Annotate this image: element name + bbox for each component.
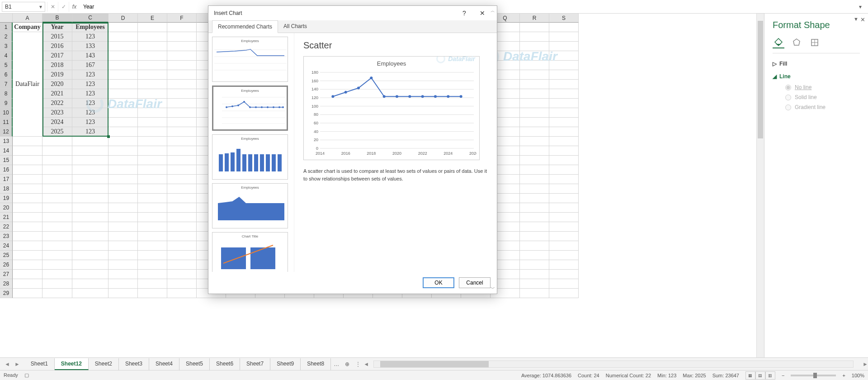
- cell[interactable]: [72, 194, 108, 203]
- cell[interactable]: [167, 165, 197, 175]
- add-sheet-button[interactable]: ⊕: [342, 361, 353, 367]
- cell[interactable]: [108, 80, 138, 89]
- cell[interactable]: [549, 89, 579, 99]
- cell[interactable]: 2016: [42, 42, 72, 51]
- cell[interactable]: [167, 232, 197, 241]
- cell[interactable]: [520, 203, 549, 213]
- cell[interactable]: [167, 127, 197, 137]
- cell[interactable]: [520, 99, 549, 108]
- cell[interactable]: [138, 32, 167, 42]
- cell[interactable]: [108, 118, 138, 127]
- cell[interactable]: [108, 279, 138, 289]
- cell[interactable]: [520, 279, 549, 289]
- cell[interactable]: [520, 70, 549, 80]
- column-header[interactable]: F: [167, 14, 197, 23]
- sheet-tab[interactable]: Sheet3: [119, 358, 149, 370]
- row-header[interactable]: 1: [0, 23, 13, 32]
- cell[interactable]: [520, 289, 549, 298]
- row-header[interactable]: 16: [0, 165, 13, 175]
- cell[interactable]: [138, 137, 167, 146]
- cell[interactable]: [167, 61, 197, 70]
- cell[interactable]: [42, 251, 72, 260]
- cancel-button[interactable]: Cancel: [459, 277, 491, 288]
- size-properties-icon[interactable]: [809, 37, 821, 48]
- cell[interactable]: [549, 42, 579, 51]
- cell[interactable]: 123: [72, 89, 108, 99]
- row-header[interactable]: 11: [0, 118, 13, 127]
- chevron-down-icon[interactable]: ▾: [39, 4, 42, 10]
- cell[interactable]: [138, 42, 167, 51]
- cell[interactable]: [108, 251, 138, 260]
- cell[interactable]: [520, 137, 549, 146]
- row-header[interactable]: 22: [0, 222, 13, 232]
- fill-line-icon[interactable]: [773, 37, 784, 48]
- close-icon[interactable]: ✕: [473, 6, 491, 20]
- cell[interactable]: 123: [72, 99, 108, 108]
- cell[interactable]: [549, 165, 579, 175]
- cell[interactable]: 143: [72, 51, 108, 61]
- cell[interactable]: [138, 203, 167, 213]
- cell[interactable]: 123: [72, 118, 108, 127]
- cell[interactable]: [549, 80, 579, 89]
- vertical-scrollbar[interactable]: [756, 14, 764, 357]
- fill-handle[interactable]: [107, 135, 110, 138]
- thumb-area-chart[interactable]: Employees: [212, 183, 288, 228]
- cell[interactable]: 2019: [42, 70, 72, 80]
- cell[interactable]: [13, 213, 42, 222]
- cell[interactable]: [108, 99, 138, 108]
- cell[interactable]: [549, 289, 579, 298]
- row-header[interactable]: 14: [0, 146, 13, 156]
- cell[interactable]: [549, 127, 579, 137]
- zoom-in-icon[interactable]: +: [842, 373, 845, 378]
- cell[interactable]: [549, 70, 579, 80]
- cell[interactable]: [549, 51, 579, 61]
- cell[interactable]: 2022: [42, 99, 72, 108]
- cell[interactable]: [549, 222, 579, 232]
- cell[interactable]: [167, 260, 197, 270]
- row-header[interactable]: 24: [0, 241, 13, 251]
- cell[interactable]: [138, 222, 167, 232]
- cell[interactable]: [520, 146, 549, 156]
- row-header[interactable]: 18: [0, 184, 13, 194]
- fx-icon[interactable]: fx: [69, 2, 80, 12]
- cell[interactable]: [167, 251, 197, 260]
- cell[interactable]: [138, 89, 167, 99]
- cell[interactable]: 133: [72, 42, 108, 51]
- cell[interactable]: [138, 270, 167, 279]
- tab-recommended-charts[interactable]: Recommended Charts: [212, 20, 278, 33]
- row-header[interactable]: 29: [0, 289, 13, 298]
- cell[interactable]: [520, 241, 549, 251]
- cell[interactable]: [108, 241, 138, 251]
- sheet-tab[interactable]: Sheet6: [210, 358, 240, 370]
- cell[interactable]: [108, 194, 138, 203]
- macro-record-icon[interactable]: ▢: [24, 372, 29, 378]
- cell[interactable]: 167: [72, 61, 108, 70]
- cell[interactable]: [520, 118, 549, 127]
- zoom-level[interactable]: 100%: [852, 373, 864, 378]
- page-layout-view-icon[interactable]: ▤: [755, 371, 765, 380]
- cell[interactable]: [167, 213, 197, 222]
- cell[interactable]: Year: [42, 23, 72, 32]
- column-header[interactable]: C: [72, 14, 108, 23]
- cell-company[interactable]: DataFlair: [13, 32, 42, 137]
- cell[interactable]: [549, 260, 579, 270]
- sheet-tab[interactable]: Sheet7: [240, 358, 270, 370]
- cell[interactable]: [549, 232, 579, 241]
- cell[interactable]: [72, 175, 108, 184]
- cell[interactable]: 123: [72, 80, 108, 89]
- chart-thumbnails[interactable]: ︿ Employees Employees Employees Employee…: [208, 33, 294, 272]
- row-header[interactable]: 13: [0, 137, 13, 146]
- cell[interactable]: [520, 175, 549, 184]
- cell[interactable]: [138, 194, 167, 203]
- cell[interactable]: [520, 270, 549, 279]
- thumb-bar-chart[interactable]: Employees: [212, 134, 288, 180]
- cell[interactable]: [138, 156, 167, 165]
- cell[interactable]: 123: [72, 70, 108, 80]
- row-header[interactable]: 3: [0, 42, 13, 51]
- cell[interactable]: [138, 165, 167, 175]
- cell[interactable]: 2015: [42, 32, 72, 42]
- cell[interactable]: [13, 165, 42, 175]
- cell[interactable]: [42, 270, 72, 279]
- column-header[interactable]: B: [42, 14, 72, 23]
- row-header[interactable]: 15: [0, 156, 13, 165]
